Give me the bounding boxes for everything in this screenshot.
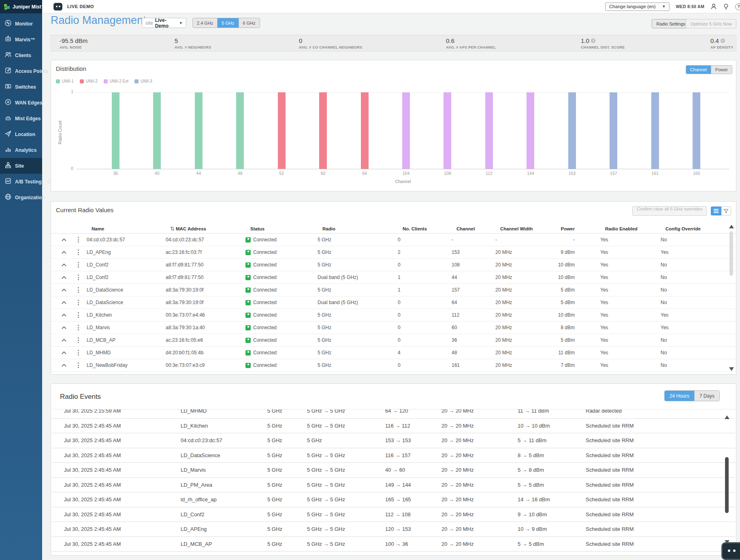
table-row[interactable]: LD_DataScience a8:3a:79:30:19:0f Connect… [51,296,736,309]
sidebar-item[interactable]: Clients [0,47,42,63]
kebab-menu-icon[interactable] [70,312,87,318]
band-button[interactable]: 6 GHz [239,18,260,28]
sidebar-item[interactable]: A/B Testing [0,174,42,190]
confirm-clear-overrides-button[interactable]: Confirm clear all 5 GHz overrides [632,206,707,216]
table-row[interactable]: LD_DataScience a8:3a:79:30:19:0f Connect… [51,284,736,296]
scroll-up-arrow[interactable] [725,415,729,419]
table-row[interactable]: LD_NewBobFriday 00:3e:73:07:e3:c9 Connec… [51,359,736,372]
chevron-up-icon[interactable] [58,364,70,367]
col-header-enabled[interactable]: Radio Enabled [600,226,661,231]
col-header-radio[interactable]: Radio [318,226,398,231]
filter-button[interactable] [721,207,731,215]
scroll-down-arrow[interactable] [729,367,734,371]
chevron-up-icon[interactable] [58,238,70,241]
sidebar-item[interactable]: Site [0,158,42,174]
table-row[interactable]: LD_Marvis a8:3a:79:30:1a:40 Connected 5 … [51,322,736,334]
list-view-button[interactable] [711,207,721,215]
juniper-mist-logo[interactable]: Juniper Mist™ [0,0,42,13]
info-icon[interactable]: ? [591,38,595,43]
kebab-menu-icon[interactable] [70,350,87,356]
sidebar-item[interactable]: Monitor [0,16,42,32]
kebab-menu-icon[interactable] [70,262,87,268]
kebab-menu-icon[interactable] [70,325,87,330]
table-row[interactable]: 04:cd:c0:23:dc:57 04:cd:c0:23:dc:57 Conn… [51,234,736,246]
event-row[interactable]: Jul 30, 2025 2:45:45 AM LD_Kitchen 5 GHz… [52,419,735,434]
radio-settings-button[interactable]: Radio Settings [652,19,690,28]
table-row[interactable]: LD_APEng ac:23:16:fc:03:7f Connected 5 G… [51,246,736,259]
sidebar-item[interactable]: WAN Edges [0,95,42,111]
kebab-menu-icon[interactable] [70,287,87,293]
col-header-override[interactable]: Config Override [661,226,724,231]
legend-item[interactable]: UNII-1 [56,79,74,83]
legend-item[interactable]: UNII-2 [80,79,98,83]
event-row[interactable]: Jul 30, 2025 2:45:45 AM LD_Marvis 5 GHz … [52,463,735,478]
toggle-button[interactable]: Power [711,66,732,74]
chevron-up-icon[interactable] [58,301,70,304]
event-row[interactable]: Jul 30, 2025 2:45:45 AM LD_PM_Area 5 GHz… [52,478,735,493]
col-header-mac[interactable]: MAC Address [166,226,245,231]
chevron-up-icon[interactable] [58,289,70,292]
event-row[interactable]: Jul 30, 2025 2:45:45 AM LD_APEng 5 GHz 5… [52,522,735,537]
scroll-up-arrow[interactable] [729,225,734,228]
chevron-up-icon[interactable] [58,264,70,266]
event-row[interactable]: Jul 30, 2025 2:45:45 AM LD_Conf2 5 GHz 5… [52,507,735,522]
table-row[interactable]: LD_Conf2 a8:f7:d9:81:77:50 Connected 5 G… [51,259,736,271]
chevron-up-icon[interactable] [58,351,70,354]
org-badge[interactable]: LIVE DEMO [53,3,94,11]
sidebar-item[interactable]: Marvis™ [0,32,42,47]
sidebar-item[interactable]: Switches [0,79,42,95]
event-row[interactable]: Jul 30, 2025 2:15:59 AM LD_MHMD 5 GHz 5 … [52,409,735,419]
chevron-up-icon[interactable] [58,326,70,329]
band-button[interactable]: 5 GHz [218,18,239,28]
table-row[interactable]: LD_Kitchen 00:3e:73:07:e4:46 Connected 5… [51,309,736,322]
event-row[interactable]: Jul 30, 2025 2:45:45 AM 04:cd:c0:23:dc:5… [52,433,735,448]
help-icon[interactable]: ? [735,3,740,10]
chevron-up-icon[interactable] [58,339,70,342]
range-button[interactable]: 7 Days [695,391,719,401]
event-row[interactable]: Jul 30, 2025 2:45:45 AM LD_MCB_AP 5 GHz … [52,537,735,552]
toggle-button[interactable]: Channel [686,66,711,74]
info-icon[interactable]: ? [721,38,725,43]
scrollbar-thumb[interactable] [725,457,729,513]
scrollbar-thumb[interactable] [729,231,733,276]
cell-status: Connected [245,362,318,368]
event-row[interactable]: Jul 30, 2025 2:45:45 AM LD_DataScience 5… [52,448,735,463]
sidebar-item[interactable]: Organization [0,190,42,205]
chevron-up-icon[interactable] [58,314,70,317]
cell-radio: 5 GHz [318,237,398,243]
col-header-name[interactable]: Name [87,226,166,231]
optimize-5ghz-button[interactable]: Optimize 5 GHz Now [686,19,736,28]
event-row[interactable]: Jul 30, 2025 2:45:45 AM ld_rh_office_ap … [52,492,735,507]
sidebar-item[interactable]: Mist Edges [0,111,42,126]
kebab-menu-icon[interactable] [70,362,87,368]
chevron-up-icon[interactable] [58,276,70,279]
sidebar-item[interactable]: Analytics [0,142,42,158]
chevron-up-icon[interactable] [58,251,70,254]
col-header-status[interactable]: Status [245,226,318,231]
table-row[interactable]: LD_MCB_AP ac:23:16:fc:05:e6 Connected 5 … [51,334,736,347]
col-header-clients[interactable]: No. Clients [398,226,452,231]
col-header-power[interactable]: Power [548,226,575,231]
language-selector[interactable]: Change language (en) ▼ [605,2,670,11]
band-button[interactable]: 2.4 GHz [193,18,218,28]
kebab-menu-icon[interactable] [70,275,87,280]
kebab-menu-icon[interactable] [70,300,87,305]
kebab-menu-icon[interactable] [70,249,87,255]
table-row[interactable]: LD_Conf2 a8:f7:d9:81:77:50 Connected Dua… [51,271,736,284]
sidebar-item[interactable]: Location [0,126,42,142]
site-selector[interactable]: site Live-Demo ▼ [142,18,186,28]
marvis-chat-button[interactable] [721,542,740,560]
col-header-channel[interactable]: Channel [452,226,495,231]
col-header-width[interactable]: Channel Width [495,226,548,231]
kebab-menu-icon[interactable] [70,237,87,243]
lightbulb-icon[interactable] [723,3,729,10]
kebab-menu-icon[interactable] [70,337,87,343]
sidebar-item[interactable]: Access Points [0,63,42,79]
legend-item[interactable]: UNII-2 Ext [104,79,128,83]
top-bar: LIVE DEMO Change language (en) ▼ WED 8:5… [42,0,740,13]
event-power-change: 5 → 8 dBm [518,467,586,473]
user-icon[interactable] [710,3,717,10]
legend-item[interactable]: UNII-3 [134,79,152,83]
table-row[interactable]: LD_MHMD d4:20:b0:f1:05:4b Connected 5 GH… [51,347,736,359]
range-button[interactable]: 24 Hours [665,391,695,401]
